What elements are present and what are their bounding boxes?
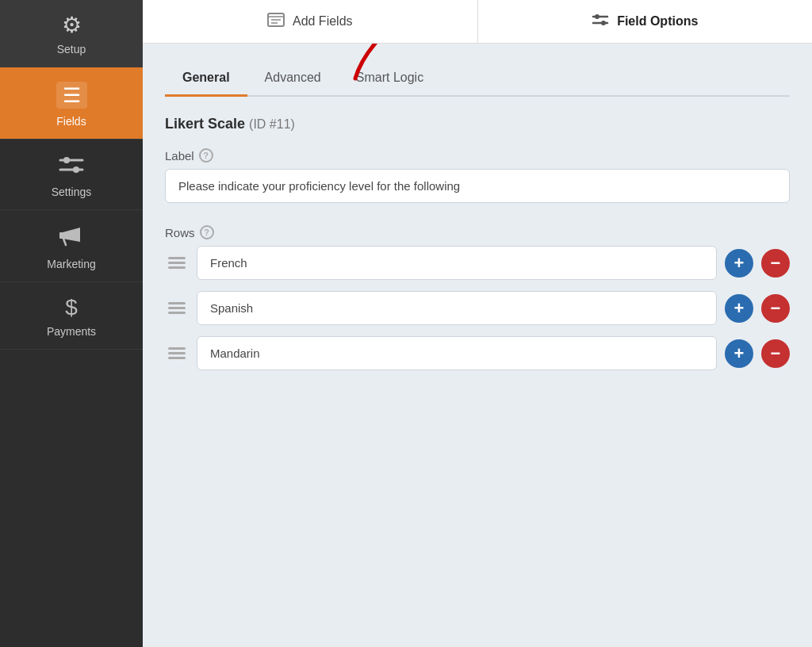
tab-advanced[interactable]: Advanced bbox=[247, 63, 339, 97]
sidebar-item-setup[interactable]: ⚙ Setup bbox=[0, 0, 143, 67]
drag-handle-3[interactable] bbox=[165, 344, 189, 362]
row-item-2: + − bbox=[165, 291, 790, 325]
row-input-3[interactable] bbox=[197, 336, 717, 370]
svg-point-1 bbox=[63, 157, 70, 163]
tab-general[interactable]: General bbox=[165, 63, 247, 97]
svg-point-13 bbox=[601, 21, 606, 25]
svg-point-3 bbox=[73, 167, 79, 173]
field-options-label: Field Options bbox=[617, 14, 698, 29]
svg-rect-4 bbox=[59, 232, 63, 239]
fields-icon: ☰ bbox=[56, 82, 87, 109]
rows-help-icon[interactable]: ? bbox=[200, 225, 214, 239]
content-area: General Advanced Smart Logic Likert Scal… bbox=[143, 44, 812, 647]
megaphone-icon bbox=[58, 224, 85, 251]
row-remove-button-3[interactable]: − bbox=[761, 339, 790, 368]
row-add-button-2[interactable]: + bbox=[725, 294, 753, 323]
tabs-wrapper: General Advanced Smart Logic bbox=[165, 63, 790, 97]
sidebar-item-fields[interactable]: ☰ Fields bbox=[0, 67, 143, 140]
svg-point-11 bbox=[595, 14, 599, 19]
label-input[interactable] bbox=[165, 169, 790, 203]
add-fields-label: Add Fields bbox=[293, 14, 353, 29]
sidebar-item-settings-label: Settings bbox=[52, 186, 92, 198]
row-input-2[interactable] bbox=[197, 291, 717, 325]
row-add-button-1[interactable]: + bbox=[725, 249, 753, 278]
field-options-tabs: General Advanced Smart Logic bbox=[165, 63, 790, 97]
rows-section: Rows ? + − bbox=[165, 225, 790, 370]
add-fields-icon bbox=[267, 13, 285, 31]
row-item-3: + − bbox=[165, 336, 790, 370]
settings-icon bbox=[59, 154, 84, 179]
row-remove-button-2[interactable]: − bbox=[761, 294, 790, 323]
field-id: (ID #11) bbox=[249, 117, 295, 131]
row-item-1: + − bbox=[165, 246, 790, 280]
row-input-1[interactable] bbox=[197, 246, 717, 280]
sidebar-item-settings[interactable]: Settings bbox=[0, 140, 143, 210]
rows-section-heading: Rows ? bbox=[165, 225, 790, 239]
sidebar-item-setup-label: Setup bbox=[57, 43, 86, 56]
drag-handle-1[interactable] bbox=[165, 254, 189, 272]
field-options-tab[interactable]: Field Options bbox=[478, 0, 813, 43]
row-add-button-3[interactable]: + bbox=[725, 339, 753, 368]
sidebar-item-fields-label: Fields bbox=[56, 115, 86, 128]
drag-handle-2[interactable] bbox=[165, 299, 189, 317]
sidebar: ⚙ Setup ☰ Fields Settings Marketing bbox=[0, 0, 143, 647]
tab-smart-logic[interactable]: Smart Logic bbox=[339, 63, 441, 97]
label-help-icon[interactable]: ? bbox=[199, 148, 213, 163]
field-title: Likert Scale (ID #11) bbox=[165, 116, 790, 132]
top-bar: Add Fields Field Options bbox=[143, 0, 812, 44]
sidebar-item-marketing[interactable]: Marketing bbox=[0, 210, 143, 282]
svg-line-5 bbox=[63, 239, 66, 245]
dollar-icon: $ bbox=[65, 297, 78, 319]
sidebar-item-payments-label: Payments bbox=[47, 325, 96, 338]
row-remove-button-1[interactable]: − bbox=[761, 249, 790, 278]
add-fields-tab[interactable]: Add Fields bbox=[143, 0, 478, 43]
sidebar-item-marketing-label: Marketing bbox=[47, 258, 95, 270]
main-panel: Add Fields Field Options General bbox=[143, 0, 812, 647]
field-options-icon bbox=[592, 13, 609, 31]
gear-icon: ⚙ bbox=[62, 14, 82, 36]
label-section-heading: Label ? bbox=[165, 148, 790, 163]
sidebar-item-payments[interactable]: $ Payments bbox=[0, 282, 143, 350]
